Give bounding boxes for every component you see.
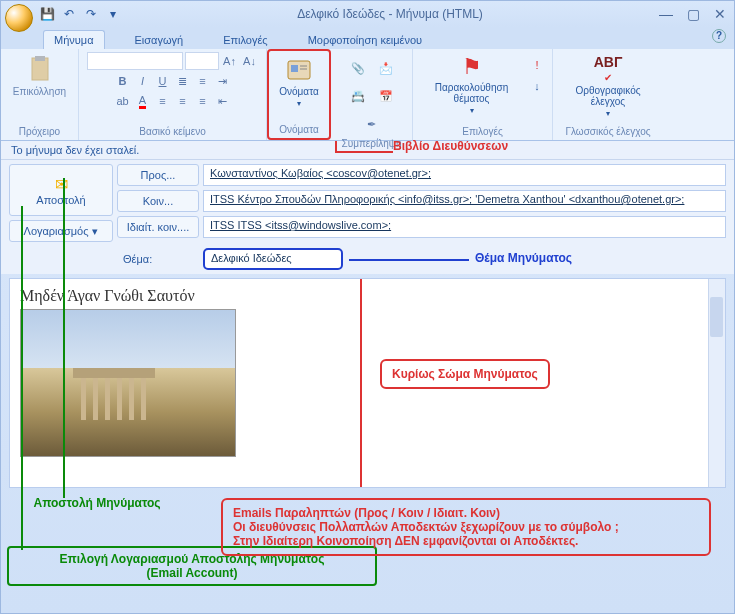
save-icon[interactable]: 💾 xyxy=(39,6,55,22)
underline-button[interactable]: U xyxy=(154,72,172,90)
redo-icon[interactable]: ↷ xyxy=(83,6,99,22)
grow-font-icon[interactable]: A↑ xyxy=(221,52,239,70)
bold-button[interactable]: B xyxy=(114,72,132,90)
indent-button[interactable]: ⇥ xyxy=(214,72,232,90)
font-size-combo[interactable] xyxy=(185,52,219,70)
callout-subject: Θέμα Μηνύματος xyxy=(475,251,572,265)
italic-button[interactable]: I xyxy=(134,72,152,90)
shrink-font-icon[interactable]: A↓ xyxy=(241,52,259,70)
close-button[interactable]: ✕ xyxy=(714,6,726,22)
account-button[interactable]: Λογαριασμός▾ xyxy=(9,220,113,242)
tab-message[interactable]: Μήνυμα xyxy=(43,30,105,49)
signature-icon[interactable]: ✒ xyxy=(360,112,384,136)
attach-item-icon[interactable]: 📩 xyxy=(374,56,398,80)
calendar-icon[interactable]: 📅 xyxy=(374,84,398,108)
undo-icon[interactable]: ↶ xyxy=(61,6,77,22)
vertical-scrollbar[interactable] xyxy=(708,279,725,487)
callout-recipients: Emails Παραληπτών (Προς / Κοιν / Ιδιαιτ.… xyxy=(221,498,711,556)
group-font: A↑ A↓ B I U ≣ ≡ ⇥ ab A ≡ ≡ ≡ ⇤ Βασικό κε… xyxy=(79,49,267,140)
callout-send: Αποστολή Μηνύματος xyxy=(7,496,187,510)
spellcheck-button[interactable]: ΑΒΓ ✔ Ορθογραφικός έλεγχος ▾ xyxy=(559,52,657,120)
svg-rect-1 xyxy=(35,56,45,61)
importance-low-icon[interactable]: ↓ xyxy=(528,77,546,95)
highlight-button[interactable]: ab xyxy=(114,92,132,110)
names-button[interactable]: Ονόματα ▾ xyxy=(275,54,322,110)
message-body[interactable]: Μηδέν Άγαν Γνώθι Σαυτόν Κυρίως Σώμα Μηνύ… xyxy=(9,278,726,488)
window-title: Δελφικό Ιδεώδες - Μήνυμα (HTML) xyxy=(121,7,659,21)
office-button[interactable] xyxy=(5,4,33,32)
align-center-button[interactable]: ≡ xyxy=(174,92,192,110)
tab-insert[interactable]: Εισαγωγή xyxy=(125,31,194,49)
flag-icon: ⚑ xyxy=(462,54,482,80)
paste-button[interactable]: Επικόλληση xyxy=(9,52,70,99)
body-image xyxy=(20,309,236,457)
to-field[interactable]: Κωνσταντίνος Κωβαίος <coscov@otenet.gr>; xyxy=(203,164,726,186)
outlook-compose-window: 💾 ↶ ↷ ▾ Δελφικό Ιδεώδες - Μήνυμα (HTML) … xyxy=(0,0,735,614)
ribbon-tabs: Μήνυμα Εισαγωγή Επιλογές Μορφοποίηση κει… xyxy=(1,27,734,49)
titlebar: 💾 ↶ ↷ ▾ Δελφικό Ιδεώδες - Μήνυμα (HTML) … xyxy=(1,1,734,27)
cc-field[interactable]: ITSS Κέντρο Σπουδών Πληροφορικής <info@i… xyxy=(203,190,726,212)
maximize-button[interactable]: ▢ xyxy=(687,6,700,22)
callout-body: Κυρίως Σώμα Μηνύματος xyxy=(380,359,550,389)
qat-dropdown-icon[interactable]: ▾ xyxy=(105,6,121,22)
numbering-button[interactable]: ≡ xyxy=(194,72,212,90)
followup-button[interactable]: ⚑ Παρακολούθηση θέματος ▾ xyxy=(419,52,524,117)
subject-field[interactable]: Δελφικό Ιδεώδες xyxy=(203,248,343,270)
group-names: Ονόματα ▾ Ονόματα xyxy=(267,49,331,140)
body-heading: Μηδέν Άγαν Γνώθι Σαυτόν xyxy=(10,279,725,309)
group-include: 📎 📩 📇 📅 ✒ Συμπερίληψη xyxy=(331,49,413,140)
tab-format[interactable]: Μορφοποίηση κειμένου xyxy=(298,31,432,49)
font-family-combo[interactable] xyxy=(87,52,183,70)
ribbon: Επικόλληση Πρόχειρο A↑ A↓ B I U ≣ ≡ ⇥ ab… xyxy=(1,49,734,141)
importance-high-icon[interactable]: ! xyxy=(528,56,546,74)
align-left-button[interactable]: ≡ xyxy=(154,92,172,110)
callout-addressbook: Βιβλίο Διευθύνσεων xyxy=(393,139,508,153)
bcc-field[interactable]: ITSS ITSS <itss@windowslive.com>; xyxy=(203,216,726,238)
align-right-button[interactable]: ≡ xyxy=(194,92,212,110)
group-proofing: ΑΒΓ ✔ Ορθογραφικός έλεγχος ▾ Γλωσσικός έ… xyxy=(553,49,663,140)
group-clipboard: Επικόλληση Πρόχειρο xyxy=(1,49,79,140)
bcc-button[interactable]: Ιδιαίτ. κοιν.... xyxy=(117,216,199,238)
subject-label: Θέμα: xyxy=(117,253,199,265)
help-icon[interactable]: ? xyxy=(712,29,726,43)
envelope-icon: ✉ xyxy=(55,175,68,194)
compose-header: ✉ Αποστολή Λογαριασμός▾ Προς... Κωνσταντ… xyxy=(1,160,734,244)
business-card-icon[interactable]: 📇 xyxy=(346,84,370,108)
minimize-button[interactable]: — xyxy=(659,6,673,22)
quick-access-toolbar: 💾 ↶ ↷ ▾ xyxy=(39,6,121,22)
send-button[interactable]: ✉ Αποστολή xyxy=(9,164,113,216)
bullets-button[interactable]: ≣ xyxy=(174,72,192,90)
attach-file-icon[interactable]: 📎 xyxy=(346,56,370,80)
outdent-button[interactable]: ⇤ xyxy=(214,92,232,110)
svg-rect-0 xyxy=(32,58,48,80)
font-color-button[interactable]: A xyxy=(134,92,152,110)
annotations: Αποστολή Μηνύματος Επιλογή Λογαριασμού Α… xyxy=(1,494,734,612)
group-options: ⚑ Παρακολούθηση θέματος ▾ ! ↓ Επιλογές xyxy=(413,49,553,140)
to-button[interactable]: Προς... xyxy=(117,164,199,186)
svg-rect-3 xyxy=(291,65,298,72)
cc-button[interactable]: Κοιν... xyxy=(117,190,199,212)
tab-options[interactable]: Επιλογές xyxy=(213,31,278,49)
